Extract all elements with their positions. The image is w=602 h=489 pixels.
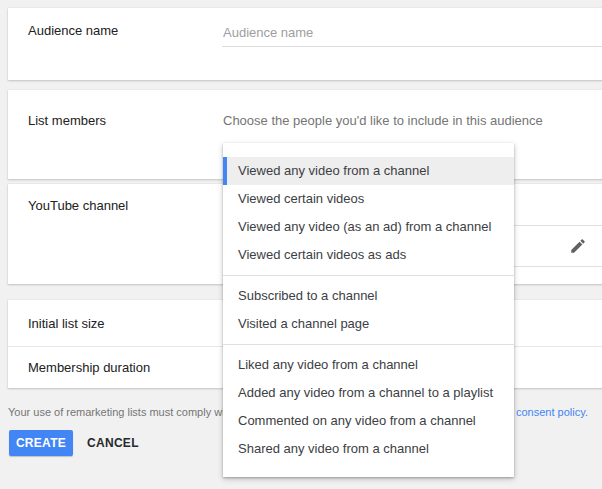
audience-name-underline <box>222 46 602 47</box>
menu-item-viewed-certain-videos[interactable]: Viewed certain videos <box>223 185 514 213</box>
consent-policy-wrap: consent policy. <box>516 406 588 418</box>
menu-divider <box>223 344 514 345</box>
audience-name-input[interactable] <box>223 20 601 44</box>
membership-duration-label: Membership duration <box>28 360 150 375</box>
consent-policy-period: . <box>585 406 588 418</box>
menu-item-viewed-any-video[interactable]: Viewed any video from a channel <box>223 157 514 185</box>
menu-item-added-to-playlist[interactable]: Added any video from a channel to a play… <box>223 379 514 407</box>
audience-name-label: Audience name <box>28 23 118 38</box>
menu-item-commented[interactable]: Commented on any video from a channel <box>223 407 514 435</box>
create-button[interactable]: CREATE <box>9 430 73 456</box>
consent-policy-link[interactable]: consent policy <box>516 406 585 418</box>
menu-item-viewed-certain-videos-as-ads[interactable]: Viewed certain videos as ads <box>223 241 514 269</box>
audience-name-card: Audience name <box>8 8 602 80</box>
menu-item-liked-any-video[interactable]: Liked any video from a channel <box>223 351 514 379</box>
list-members-label: List members <box>28 113 106 128</box>
youtube-channel-label: YouTube channel <box>28 198 128 213</box>
menu-divider <box>223 275 514 276</box>
list-members-hint[interactable]: Choose the people you'd like to include … <box>223 113 543 128</box>
menu-item-shared[interactable]: Shared any video from a channel <box>223 435 514 463</box>
menu-item-subscribed[interactable]: Subscribed to a channel <box>223 282 514 310</box>
menu-item-visited-channel-page[interactable]: Visited a channel page <box>223 310 514 338</box>
initial-list-size-label: Initial list size <box>28 316 105 331</box>
list-members-dropdown-menu: Viewed any video from a channel Viewed c… <box>223 143 514 477</box>
menu-item-viewed-any-video-as-ad[interactable]: Viewed any video (as an ad) from a chann… <box>223 213 514 241</box>
pencil-edit-icon[interactable] <box>569 237 587 255</box>
remarketing-disclaimer-text: Your use of remarketing lists must compl… <box>8 406 225 418</box>
create-audience-form: Audience name List members Choose the pe… <box>0 0 602 489</box>
cancel-button[interactable]: CANCEL <box>87 430 139 456</box>
